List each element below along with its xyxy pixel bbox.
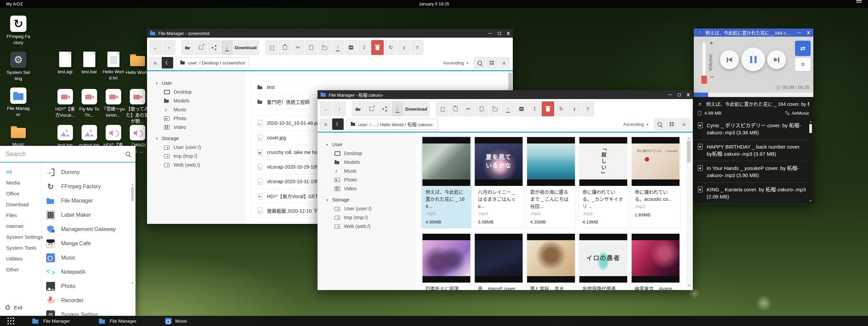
file-tile[interactable]: 夏を見て いるかな 八月のレイニー _ はるまきごはん co... .mp3 3… <box>474 136 524 228</box>
category-item[interactable]: System Tools <box>0 243 41 253</box>
sidebar-item[interactable]: Desktop <box>326 149 413 158</box>
open-button[interactable] <box>181 40 194 55</box>
path-bar[interactable]: user: / ... / Hello World / 柘榴-zakuro- <box>346 119 438 130</box>
scroll-down-icon[interactable]: ▾ <box>130 281 134 285</box>
brand-label[interactable]: My ArOZ <box>6 2 23 6</box>
app-list-item[interactable]: Photo <box>46 279 128 293</box>
playlist-item[interactable]: HAPPY BIRTHDAY _ back number cover. by柘榴… <box>694 140 808 161</box>
sidebar-section-storage[interactable]: ▾Storage <box>156 134 242 143</box>
scroll-thumb[interactable] <box>687 141 691 162</box>
scroll-up-icon[interactable]: ▴ <box>686 136 691 140</box>
open-new-window-button[interactable] <box>365 101 378 116</box>
desktop-file[interactable]: test.agi <box>53 52 77 81</box>
back-button[interactable]: ← <box>320 101 332 116</box>
title-bar[interactable]: 例えば、今此処に置かれた花に _ 164 c… — X <box>694 28 813 37</box>
app-list-item[interactable]: File Manager <box>46 194 128 208</box>
open-new-window-button[interactable] <box>195 40 207 55</box>
sidebar-item[interactable]: Photo <box>326 175 413 184</box>
grid-scrollbar[interactable]: ▴ ▾ <box>686 135 691 288</box>
desktop-file[interactable]: 【歌ってみた】あの某が飽... <box>125 89 149 124</box>
close-button[interactable]: X <box>687 93 690 97</box>
rename-button[interactable]: I <box>528 101 541 116</box>
desktop-file[interactable]: Hello World <box>125 52 149 81</box>
dark-mode-button[interactable]: ☾ <box>162 57 173 69</box>
file-tile[interactable]: 君が夜の海に還るまで _ こんにちは谷田... .mp3 4.35MB <box>526 136 576 228</box>
scroll-up-icon[interactable]: ▴ <box>809 120 813 123</box>
playlist-item[interactable]: KING _ Kanaria cover. by 柘榴-zakuro-.mp3 … <box>694 183 808 204</box>
file-tile[interactable]: イロの愚者 妄想感傷代償連盟... <box>578 233 628 290</box>
sidebar-item[interactable]: Desktop <box>156 88 242 96</box>
sidebar-item[interactable]: tmp (tmp:/) <box>326 213 413 222</box>
app-list-item[interactable]: Label Maker <box>46 208 128 222</box>
minimize-button[interactable]: — <box>797 31 801 35</box>
upload-button[interactable]: ↑ <box>331 40 344 55</box>
playlist-item[interactable]: Cynic _ ポリスピカデリー cover. by 柘榴-zakuro-.mp… <box>694 118 808 140</box>
taskbar-item[interactable]: Music <box>160 316 218 326</box>
sort-dropdown[interactable]: Ascending ▾ <box>443 60 468 65</box>
sidebar-item[interactable]: Web (web:/) <box>156 160 242 169</box>
playlist-item[interactable]: In Your Hands _ yusukeP cover. by 柘榴-zak… <box>694 161 808 183</box>
close-button[interactable]: X <box>807 31 810 35</box>
path-bar[interactable]: user: / Desktop / screenshot <box>176 57 249 68</box>
desktop-file[interactable]: test.bat <box>77 52 101 81</box>
info-button[interactable]: i <box>568 101 581 116</box>
taskbar-item[interactable]: File Manager <box>27 316 85 326</box>
category-item[interactable]: Internet <box>0 221 41 232</box>
help-button[interactable]: ? <box>581 101 594 116</box>
search-button[interactable] <box>654 118 665 130</box>
maximize-button[interactable] <box>498 32 501 35</box>
app-list-item[interactable]: Music <box>46 251 128 265</box>
grid-view-button[interactable] <box>666 118 677 130</box>
search-icon[interactable] <box>126 152 130 156</box>
new-file-button[interactable] <box>305 40 318 55</box>
sidebar-section-user[interactable]: ▾User <box>156 79 242 88</box>
file-tile[interactable]: 四季折々に揺蕩い... <box>421 233 471 290</box>
sidebar-item[interactable]: Models <box>156 96 242 105</box>
sidebar-item[interactable]: User (user:/) <box>326 204 413 213</box>
sidebar-item[interactable]: Models <box>326 158 413 167</box>
category-item[interactable]: System Settings <box>0 232 41 243</box>
category-item[interactable]: Other <box>0 264 41 275</box>
rename-button[interactable]: I <box>358 40 370 55</box>
new-folder-button[interactable] <box>318 40 331 55</box>
up-button[interactable]: ↑ <box>333 101 346 116</box>
sidebar-item[interactable]: Photo <box>156 114 242 123</box>
upload-button[interactable]: ↑ <box>502 101 514 116</box>
close-button[interactable]: X <box>507 31 510 36</box>
refresh-button[interactable]: ↻ <box>555 101 567 116</box>
file-tile[interactable]: 例えば、今此処に置かれた花に _ 164... .mp3 4.99MB <box>421 136 471 228</box>
list-view-button[interactable]: ≡ <box>498 57 510 69</box>
app-list-item[interactable]: Recorder <box>46 293 128 308</box>
app-list-item[interactable]: Dummy <box>46 165 128 179</box>
app-list-item[interactable]: NotepadA <box>46 265 128 279</box>
app-list-item[interactable]: Manga Cafe <box>46 236 128 251</box>
archive-button[interactable] <box>345 40 357 55</box>
dark-mode-button[interactable]: ☾ <box>332 118 344 130</box>
app-list-item[interactable]: FFmpeg Factory <box>46 179 128 194</box>
scroll-down-icon[interactable]: ▾ <box>809 199 813 203</box>
open-button[interactable] <box>352 101 364 116</box>
archive-button[interactable] <box>515 101 528 116</box>
desktop-file[interactable]: 『雪峰～yukimin... <box>101 89 125 124</box>
pause-button[interactable] <box>741 47 765 71</box>
help-button[interactable]: ? <box>411 40 423 55</box>
maximize-button[interactable] <box>678 93 681 96</box>
search-button[interactable] <box>474 57 485 69</box>
app-list-item[interactable]: Management Gateway <box>46 222 128 236</box>
category-item[interactable]: Utilities <box>0 253 41 264</box>
sidebar-item[interactable]: tmp (tmp:/) <box>156 152 242 160</box>
topbar-menu-button[interactable] <box>856 2 862 6</box>
title-bar[interactable]: File Manager - screenshot — X <box>147 29 513 38</box>
category-item[interactable]: All <box>0 167 41 177</box>
desktop-shortcut[interactable]: File Manager <box>7 88 29 123</box>
cut-button[interactable]: ✂ <box>292 40 304 55</box>
desktop-shortcut[interactable]: System Setting <box>7 52 29 88</box>
apps-scrollbar[interactable]: ▴ ▾ <box>130 182 134 285</box>
previous-button[interactable] <box>720 50 739 69</box>
next-button[interactable] <box>767 50 786 69</box>
list-view-button[interactable]: ≡ <box>678 118 690 130</box>
delete-button[interactable] <box>371 40 384 55</box>
paste-button[interactable] <box>278 40 291 55</box>
desktop-shortcut[interactable]: FFmpeg Factory <box>7 16 29 52</box>
info-button[interactable]: i <box>398 40 410 55</box>
